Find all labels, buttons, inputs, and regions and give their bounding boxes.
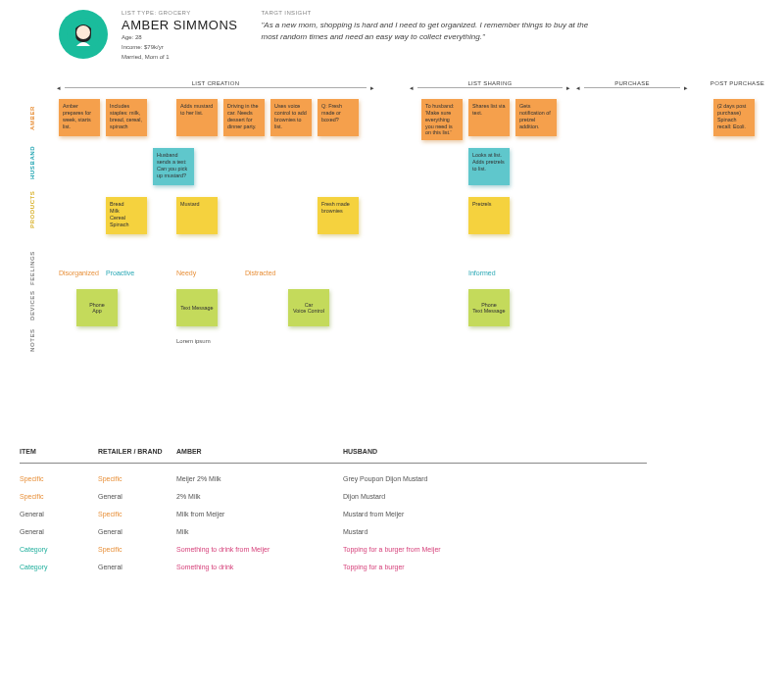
table-cell: Specific <box>20 489 98 504</box>
row-amber: AMBER Amber prepares for week, starts li… <box>20 99 764 146</box>
table-cell: Topping for a burger <box>343 560 559 574</box>
persona-income: Income: $79k/yr <box>122 44 237 52</box>
table-cell: General <box>98 560 176 574</box>
persona-header: LIST TYPE: GROCERY AMBER SIMMONS Age: 28… <box>20 10 764 61</box>
sticky-note[interactable]: Shares list via text. <box>468 99 510 136</box>
sticky-note[interactable]: Looks at list. Adds pretzels to list. <box>468 148 510 185</box>
sticky-note[interactable]: Includes staples: milk, bread, cereal, s… <box>106 99 147 136</box>
sticky-note[interactable]: Mustard <box>176 197 218 234</box>
phase-label: LIST SHARING <box>464 80 515 86</box>
table-cell: Milk from Meijer <box>176 507 343 521</box>
table-row: GeneralSpecificMilk from MeijerMustard f… <box>20 505 647 522</box>
sticky-note[interactable]: Bread Milk Cereal Spinach <box>106 197 147 234</box>
th-husband: HUSBAND <box>343 444 559 459</box>
table-cell: General <box>20 507 98 521</box>
row-products: PRODUCTS Bread Milk Cereal SpinachMustar… <box>20 197 764 244</box>
table-cell: Mustard from Meijer <box>343 507 559 521</box>
table-cell: Meijer 2% Milk <box>176 471 343 486</box>
table-row: GeneralGeneralMilkMustard <box>20 522 647 540</box>
sticky-note[interactable]: (2 days post purchase) Spinach recall: E… <box>713 99 755 136</box>
phase-sharing: ◂ LIST SHARING ▸ <box>412 80 568 86</box>
table-cell: General <box>20 524 98 539</box>
phase-label: LIST CREATION <box>188 80 244 86</box>
table-header: ITEM RETAILER / BRAND AMBER HUSBAND <box>20 444 647 464</box>
avatar <box>59 10 108 59</box>
persona-name: AMBER SIMMONS <box>122 18 237 32</box>
sticky-note[interactable]: Uses voice control to add brownies to li… <box>270 99 312 136</box>
feeling-label: Proactive <box>106 270 134 276</box>
phase-label: POST PURCHASE <box>710 80 764 86</box>
arrow-left-icon: ◂ <box>410 84 414 92</box>
insight-quote: "As a new mom, shopping is hard and I ne… <box>261 20 594 43</box>
track-products: Bread Milk Cereal SpinachMustardFresh ma… <box>59 197 764 244</box>
specificity-table: ITEM RETAILER / BRAND AMBER HUSBAND Spec… <box>20 444 647 575</box>
sticky-note[interactable]: Amber prepares for week, starts list. <box>59 99 100 136</box>
persona-meta: LIST TYPE: GROCERY AMBER SIMMONS Age: 28… <box>122 10 237 61</box>
table-cell: Grey Poupon Dijon Mustard <box>343 471 559 486</box>
sticky-note[interactable]: Phone App <box>76 289 118 326</box>
row-feelings: FEELINGS DisorganizedProactiveNeedyDistr… <box>20 270 764 289</box>
list-type-label: LIST TYPE: GROCERY <box>122 10 237 16</box>
arrow-right-icon: ▸ <box>684 84 688 92</box>
persona-family: Married, Mom of 1 <box>122 54 237 62</box>
track-devices: Phone AppText MessageCar Voice ControlPh… <box>59 289 764 336</box>
row-label-products: PRODUCTS <box>29 189 35 228</box>
table-row: SpecificGeneral2% MilkDijon Mustard <box>20 487 647 505</box>
feeling-label: Needy <box>176 270 196 276</box>
table-cell: Dijon Mustard <box>343 489 559 504</box>
th-brand: RETAILER / BRAND <box>98 444 176 459</box>
arrow-left-icon: ◂ <box>576 84 580 92</box>
table-cell: Something to drink from Meijer <box>176 542 343 557</box>
sticky-note[interactable]: Adds mustard to her list. <box>176 99 218 136</box>
th-item: ITEM <box>20 444 98 459</box>
note-text: Lorem ipsum <box>176 338 211 344</box>
phase-bar: ◂ LIST CREATION ▸ ◂ LIST SHARING ▸ ◂ PUR… <box>59 80 764 96</box>
table-cell: Topping for a burger from Meijer <box>343 542 559 557</box>
table-row: CategoryGeneralSomething to drinkTopping… <box>20 558 647 575</box>
arrow-right-icon: ▸ <box>370 84 374 92</box>
avatar-icon <box>66 17 101 52</box>
table-cell: General <box>98 489 176 504</box>
table-cell: Specific <box>20 471 98 486</box>
sticky-note[interactable]: To husband: 'Make sure everything you ne… <box>421 99 463 140</box>
row-label-amber: AMBER <box>29 91 35 130</box>
phase-creation: ◂ LIST CREATION ▸ <box>59 80 372 86</box>
insight-label: TARGT INSIGHT <box>261 10 764 16</box>
sticky-note[interactable]: Husband sends a text: Can you pick up mu… <box>153 148 194 185</box>
sticky-note[interactable]: Phone Text Message <box>468 289 510 326</box>
table-cell: Category <box>20 542 98 557</box>
table-cell: Category <box>20 560 98 574</box>
table-body: SpecificSpecificMeijer 2% MilkGrey Poupo… <box>20 469 647 575</box>
arrow-left-icon: ◂ <box>57 84 61 92</box>
track-husband: Husband sends a text: Can you pick up mu… <box>59 148 764 195</box>
track-amber: Amber prepares for week, starts list.Inc… <box>59 99 764 146</box>
table-cell: Specific <box>98 471 176 486</box>
th-amber: AMBER <box>176 444 343 459</box>
svg-point-1 <box>76 25 90 39</box>
row-label-feelings: FEELINGS <box>29 246 35 285</box>
table-cell: Specific <box>98 542 176 557</box>
sticky-note[interactable]: Driving in the car. Needs dessert for di… <box>223 99 265 136</box>
table-cell: Specific <box>98 507 176 521</box>
table-cell: General <box>98 524 176 539</box>
row-devices: DEVICES Phone AppText MessageCar Voice C… <box>20 289 764 336</box>
sticky-note[interactable]: Fresh made brownies <box>318 197 359 234</box>
table-cell: Milk <box>176 524 343 539</box>
table-cell: Something to drink <box>176 560 343 574</box>
table-row: SpecificSpecificMeijer 2% MilkGrey Poupo… <box>20 469 647 487</box>
row-label-notes: NOTES <box>29 313 35 352</box>
sticky-note[interactable]: Gets notification of pretzel addition. <box>515 99 557 136</box>
table-cell: 2% Milk <box>176 489 343 504</box>
feeling-label: Distracted <box>245 270 276 276</box>
track-feelings: DisorganizedProactiveNeedyDistractedInfo… <box>59 270 764 289</box>
table-cell: Mustard <box>343 524 559 539</box>
sticky-note[interactable]: Car Voice Control <box>288 289 329 326</box>
row-label-husband: HUSBAND <box>29 140 35 179</box>
sticky-note[interactable]: Pretzels <box>468 197 510 234</box>
sticky-note[interactable]: Text Message <box>176 289 218 326</box>
phase-post: POST PURCHASE <box>696 80 764 86</box>
feeling-label: Informed <box>468 270 496 276</box>
sticky-note[interactable]: Q: Fresh made or boxed? <box>318 99 359 136</box>
table-row: CategorySpecificSomething to drink from … <box>20 540 647 558</box>
arrow-right-icon: ▸ <box>566 84 570 92</box>
